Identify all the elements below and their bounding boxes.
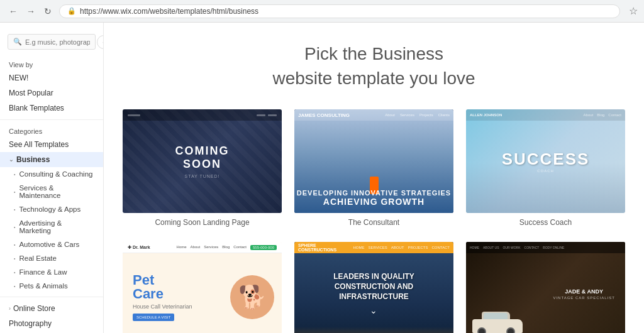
vintage-about: ABOUT US	[483, 246, 499, 249]
sidebar: ‹ 🔍 View by NEW! Most Popular Blank Temp…	[0, 23, 104, 333]
pet-btn: SCHEDULE A VISIT	[133, 314, 174, 321]
pet-nav-services: Services	[204, 245, 218, 250]
search-icon: 🔍	[13, 38, 22, 46]
sidebar-item-new-label: NEW!	[9, 74, 28, 82]
bullet-icon: •	[14, 284, 15, 288]
car-wheel-right	[506, 327, 515, 333]
sphere-contact: CONTACT	[431, 246, 450, 249]
main-layout: ‹ 🔍 View by NEW! Most Popular Blank Temp…	[0, 23, 644, 333]
see-all-label: See All Templates	[9, 140, 69, 149]
pet-logo: ✚ Dr. Mark	[128, 245, 150, 250]
sidebar-item-photography[interactable]: Photography	[0, 316, 103, 331]
photography-label: Photography	[9, 319, 52, 328]
bullet-icon: •	[14, 270, 15, 275]
pets-label: Pets & Animals	[19, 282, 67, 290]
template-card-vintage[interactable]: HOME ABOUT US OUR WORK CONTACT BODY ONLI…	[466, 242, 625, 333]
car-wheel-left	[477, 327, 486, 333]
mock-nav	[123, 109, 282, 121]
sphere-services: SERVICES	[369, 246, 387, 249]
james-logo: JAMES CONSULTING	[298, 112, 350, 118]
vintage-text: JADE & ANDY VINTAGE CAR SPECIALIST	[553, 288, 615, 300]
success-nav-links: About Blog Contact	[584, 113, 621, 117]
success-nav-blog: Blog	[597, 113, 604, 117]
template-card-coming-soon[interactable]: COMINGSOON STAY TUNED! Coming Soon Landi…	[123, 109, 282, 229]
james-nav-clients: Clients	[438, 113, 450, 117]
nav-link-2	[268, 114, 277, 116]
james-nav-projects: Projects	[419, 113, 433, 117]
success-big-text: SUCCESS	[502, 150, 590, 169]
pet-care-sub: House Call Veterinarian	[133, 303, 192, 310]
sidebar-item-automotive[interactable]: • Automotive & Cars	[0, 237, 103, 251]
sidebar-item-business[interactable]: ⌄ Business	[0, 152, 103, 167]
sidebar-item-blank-label: Blank Templates	[9, 104, 64, 112]
pet-nav-home: Home	[177, 245, 187, 250]
pet-nav-about: About	[191, 245, 201, 250]
bullet-icon: •	[14, 225, 15, 229]
sidebar-divider-2	[0, 297, 103, 297]
sidebar-collapse-button[interactable]: ‹	[97, 35, 104, 49]
template-name-consultant: The Consultant	[294, 218, 453, 229]
online-store-label: Online Store	[13, 304, 55, 313]
template-card-petcare[interactable]: ✚ Dr. Mark Home About Services Blog Cont…	[123, 242, 282, 333]
coming-soon-subtext: STAY TUNED!	[175, 174, 230, 178]
chevron-down-icon: ⌄	[9, 156, 14, 163]
sidebar-item-advertising[interactable]: • Advertising & Marketing	[0, 216, 103, 237]
sidebar-item-technology[interactable]: • Technology & Apps	[0, 202, 103, 216]
james-nav-services: Services	[400, 113, 414, 117]
sidebar-item-see-all[interactable]: See All Templates	[0, 137, 103, 152]
construction-lights	[294, 327, 453, 333]
pet-nav-contact: Contact	[233, 245, 247, 250]
sidebar-item-new[interactable]: NEW!	[0, 70, 103, 85]
achieving-text: DEVELOPING INNOVATIVE STRATEGIES	[297, 189, 451, 197]
template-name-success: Success Coach	[466, 218, 625, 229]
page-title-line1: Pick the Business	[304, 44, 443, 63]
nav-links	[257, 114, 277, 116]
content-area: Pick the Business website template you l…	[104, 23, 644, 333]
sidebar-item-services[interactable]: • Services & Maintenance	[0, 181, 103, 202]
down-arrow-icon: ⌄	[333, 305, 414, 315]
success-coach-name: ALLEN JOHNSON	[470, 113, 502, 117]
vintage-contact: CONTACT	[525, 246, 540, 249]
forward-button[interactable]: →	[24, 5, 38, 18]
url-text: https://www.wix.com/website/templates/ht…	[80, 7, 258, 16]
templates-grid: COMINGSOON STAY TUNED! Coming Soon Landi…	[123, 109, 625, 333]
services-label: Services & Maintenance	[19, 184, 94, 199]
james-nav-links: About Services Projects Clients	[385, 113, 450, 117]
success-nav-contact: Contact	[608, 113, 621, 117]
view-by-label: View by	[0, 57, 103, 70]
nav-logo	[128, 114, 140, 116]
pet-content: PetCare House Call Veterinarian SCHEDULE…	[123, 261, 282, 327]
sidebar-item-finance[interactable]: • Finance & Law	[0, 265, 103, 279]
success-text-block: SUCCESS COACH	[502, 150, 590, 173]
pet-circle: 🐕	[230, 275, 274, 319]
pet-care-big: PetCare	[133, 273, 192, 301]
bullet-icon: •	[14, 207, 15, 212]
bullet-icon: •	[14, 243, 15, 247]
address-bar[interactable]: 🔒 https://www.wix.com/website/templates/…	[59, 4, 620, 18]
pet-nav-links: Home About Services Blog Contact 555-000…	[177, 245, 277, 250]
search-box[interactable]: 🔍	[8, 34, 96, 50]
finance-label: Finance & Law	[19, 268, 67, 276]
template-card-success[interactable]: ALLEN JOHNSON About Blog Contact SUCCESS…	[466, 109, 625, 229]
sidebar-item-realestate[interactable]: • Real Estate	[0, 251, 103, 265]
back-button[interactable]: ←	[6, 5, 20, 18]
sidebar-item-pets[interactable]: • Pets & Animals	[0, 279, 103, 293]
success-sub-text: COACH	[502, 169, 590, 173]
sidebar-divider-1	[0, 119, 103, 120]
sphere-about: ABOUT	[391, 246, 404, 249]
construction-text: LEADERS IN QUALITYCONSTRUCTION ANDINFRAS…	[333, 272, 414, 315]
sidebar-item-most-popular[interactable]: Most Popular	[0, 85, 103, 101]
sidebar-item-consulting[interactable]: • Consulting & Coaching	[0, 167, 103, 181]
template-card-construction[interactable]: SPHERE CONSTRUCTIONS HOME SERVICES ABOUT…	[294, 242, 453, 333]
consultant-nav: JAMES CONSULTING About Services Projects…	[294, 109, 453, 121]
sidebar-item-blank-templates[interactable]: Blank Templates	[0, 101, 103, 116]
search-input[interactable]	[25, 38, 90, 46]
consulting-label: Consulting & Coaching	[19, 170, 92, 178]
reload-button[interactable]: ↻	[42, 5, 54, 18]
bullet-icon: •	[14, 172, 15, 177]
vintage-home: HOME	[470, 246, 479, 249]
browser-chrome: ← → ↻ 🔒 https://www.wix.com/website/temp…	[0, 0, 644, 23]
sidebar-item-online-store[interactable]: › Online Store	[0, 301, 103, 316]
template-card-consultant[interactable]: JAMES CONSULTING About Services Projects…	[294, 109, 453, 229]
bookmark-button[interactable]: ☆	[629, 5, 638, 17]
